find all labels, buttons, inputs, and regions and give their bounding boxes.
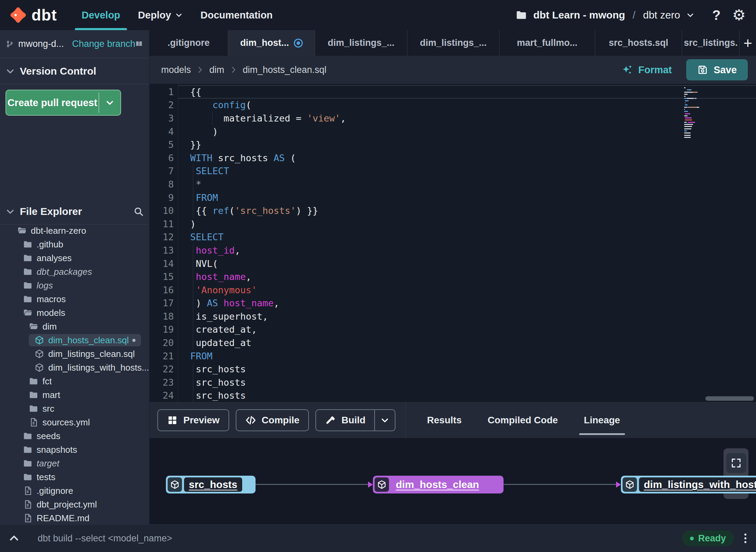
code-line[interactable]: 22 src_hosts (149, 362, 756, 376)
code-editor[interactable]: 1{{2 config(3 materialized = 'view',4 )5… (149, 84, 756, 402)
file-tree-item[interactable]: tests (0, 470, 149, 484)
tab-lineage[interactable]: Lineage (584, 402, 620, 438)
code-line[interactable]: 16 'Anonymous' (149, 283, 756, 297)
file-tree-item[interactable]: snapshots (0, 443, 149, 457)
help-icon[interactable]: ? (712, 8, 720, 23)
editor-tab[interactable]: mart_fullmo... (499, 30, 595, 56)
file-tree-item[interactable]: macros (0, 292, 149, 306)
format-button[interactable]: Format (621, 64, 672, 76)
file-tree-item[interactable]: dim_listings_with_hosts... (0, 361, 149, 374)
editor-tab-label: src_hosts.sql (609, 38, 668, 48)
minimap[interactable] (684, 87, 705, 139)
code-line[interactable]: 10 {{ ref('src_hosts') }} (149, 204, 756, 217)
kebab-menu-icon[interactable] (743, 532, 748, 544)
file-tree-item[interactable]: dim_listings_clean.sql (0, 347, 149, 361)
save-button[interactable]: Save (686, 59, 748, 80)
version-control-header[interactable]: Version Control (0, 58, 149, 84)
code-area[interactable]: 1{{2 config(3 materialized = 'view',4 )5… (149, 84, 756, 402)
code-line[interactable]: 21FROM (149, 349, 756, 363)
file-tree-item[interactable]: mart (0, 388, 149, 402)
tab-compiled-code[interactable]: Compiled Code (487, 402, 558, 438)
chevron-down-icon[interactable] (5, 66, 15, 76)
nav-item-deploy[interactable]: Deploy (129, 0, 192, 30)
code-line[interactable]: 23 src_hosts (149, 376, 756, 389)
file-tree-item[interactable]: src (0, 402, 149, 415)
code-line[interactable]: 12SELECT (149, 231, 756, 244)
editor-tab[interactable]: dim_listings_... (315, 30, 407, 56)
file-tree-item[interactable]: logs (0, 279, 149, 292)
nav-item-label: Documentation (200, 10, 273, 21)
fullscreen-icon[interactable] (726, 453, 746, 473)
build-button[interactable]: Build (315, 409, 395, 431)
file-tree-item[interactable]: sources.yml (0, 415, 149, 429)
code-line[interactable]: 24 src_hosts (149, 389, 756, 402)
book-icon[interactable] (135, 38, 143, 50)
code-line[interactable]: 14 NVL( (149, 257, 756, 270)
project-name[interactable]: dbt Learn - mwong (533, 9, 625, 21)
compile-button[interactable]: Compile (236, 409, 309, 431)
file-tree-item[interactable]: dbt-learn-zero (0, 224, 149, 238)
code-line[interactable]: 20 updated_at (149, 336, 756, 349)
file-tree-item-label: dim_hosts_clean.sql (48, 335, 129, 346)
file-tree-item[interactable]: target (0, 457, 149, 470)
code-line[interactable]: 6WITH src_hosts AS ( (149, 151, 756, 165)
code-line[interactable]: 1{{ (149, 85, 756, 99)
file-tree-item[interactable]: dbt_packages (0, 265, 149, 279)
horizontal-scrollbar[interactable] (705, 396, 754, 401)
file-tree-item[interactable]: .gitignore (0, 484, 149, 498)
chevron-down-icon[interactable] (686, 11, 694, 19)
file-explorer-header[interactable]: File Explorer (0, 198, 149, 224)
file-tree-item[interactable]: .github (0, 238, 149, 251)
file-tree-item[interactable]: dim (0, 320, 149, 333)
editor-tab[interactable]: src_listings. (682, 30, 740, 56)
chevron-down-icon[interactable] (5, 207, 15, 216)
file-tree-item[interactable]: seeds (0, 429, 149, 443)
tab-results[interactable]: Results (427, 402, 461, 438)
breadcrumb-item[interactable]: dim (209, 65, 224, 75)
editor-tab[interactable]: src_hosts.sql (595, 30, 682, 56)
nav-item-develop[interactable]: Develop (73, 0, 129, 30)
editor-tab[interactable]: .gitignore (149, 30, 228, 56)
preview-button[interactable]: Preview (157, 409, 229, 431)
file-tree-item[interactable]: models (0, 306, 149, 320)
code-line[interactable]: 3 materialized = 'view', (149, 112, 756, 125)
indent-guide (212, 112, 212, 125)
code-line[interactable]: 8 * (149, 178, 756, 191)
file-tree-item[interactable]: fct (0, 374, 149, 388)
lineage-panel[interactable]: src_hostsdim_hosts_cleandim_listings_wit… (149, 438, 756, 524)
code-line[interactable]: 5}} (149, 138, 756, 151)
code-line[interactable]: 18 is_superhost, (149, 310, 756, 323)
chevron-down-icon[interactable] (375, 410, 395, 431)
search-icon[interactable] (133, 206, 144, 217)
breadcrumb-item[interactable]: dim_hosts_clean.sql (243, 65, 327, 75)
code-line[interactable]: 9 FROM (149, 191, 756, 204)
code-line[interactable]: 7 SELECT (149, 165, 756, 178)
lineage-node[interactable]: dim_hosts_clean (373, 476, 504, 493)
chevron-down-icon[interactable] (99, 90, 120, 115)
lineage-node[interactable]: src_hosts (166, 476, 256, 493)
code-line[interactable]: 17 ) AS host_name, (149, 297, 756, 310)
dbt-logo[interactable]: dbt (9, 6, 57, 24)
code-line[interactable]: 11) (149, 217, 756, 231)
create-pull-request-button[interactable]: Create pull request (5, 90, 121, 116)
editor-tab[interactable]: dim_host... (228, 30, 315, 56)
file-tree-item[interactable]: dim_hosts_clean.sql (0, 333, 149, 347)
code-line[interactable]: 15 host_name, (149, 270, 756, 283)
editor-tab[interactable]: dim_listings_... (407, 30, 500, 56)
chevron-up-icon[interactable] (8, 532, 20, 544)
change-branch-link[interactable]: Change branch (72, 39, 135, 49)
code-line[interactable]: 19 created_at, (149, 323, 756, 336)
environment-name[interactable]: dbt zero (643, 9, 680, 21)
file-tree-item[interactable]: dbt_project.yml (0, 498, 149, 511)
gear-icon[interactable]: ⚙ (732, 8, 746, 23)
code-line[interactable]: 4 ) (149, 125, 756, 138)
code-line[interactable]: 13 host_id, (149, 244, 756, 257)
new-tab-button[interactable]: + (740, 30, 756, 56)
command-hint[interactable]: dbt build --select <model_name> (38, 533, 172, 544)
code-line[interactable]: 2 config( (149, 99, 756, 112)
lineage-node[interactable]: dim_listings_with_hosts (621, 476, 756, 493)
file-tree-item[interactable]: analyses (0, 251, 149, 265)
nav-item-documentation[interactable]: Documentation (192, 0, 282, 30)
file-tree-item[interactable]: README.md (0, 511, 149, 524)
breadcrumb-item[interactable]: models (161, 65, 191, 75)
